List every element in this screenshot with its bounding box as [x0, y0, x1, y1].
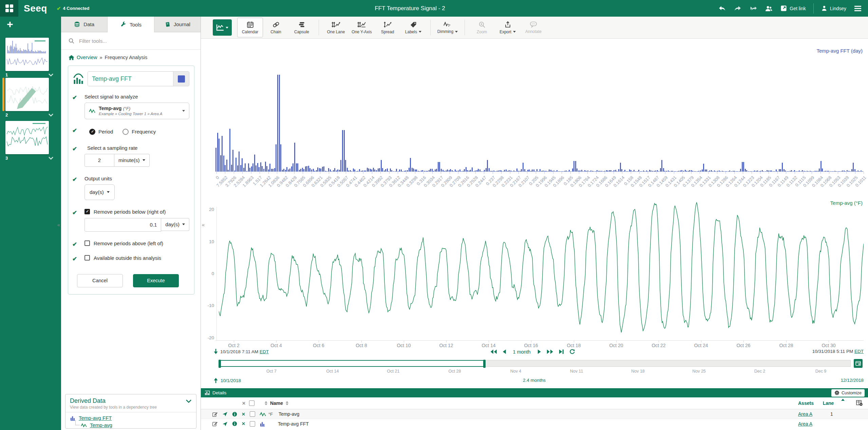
- range-handle-right[interactable]: [483, 360, 486, 368]
- remove-above-checkbox-row[interactable]: Remove periods above (left of): [84, 240, 189, 246]
- redo-icon[interactable]: [734, 5, 742, 12]
- toolbar-button-export[interactable]: Export: [495, 18, 521, 37]
- info-icon[interactable]: [232, 412, 237, 417]
- add-worksheet-button[interactable]: +: [7, 19, 15, 29]
- collapse-tools-panel-handle[interactable]: «: [201, 220, 206, 229]
- tab-data[interactable]: Data: [61, 17, 108, 32]
- display-range-end[interactable]: 10/31/2018 5:11 PM EDT: [812, 349, 864, 354]
- cancel-button[interactable]: Cancel: [77, 274, 123, 287]
- connection-status[interactable]: ✔ 4 Connected: [57, 5, 90, 12]
- edit-properties-icon[interactable]: [212, 421, 218, 427]
- row-checkbox[interactable]: [250, 411, 255, 417]
- toolbar-button-calendar[interactable]: Calendar: [237, 18, 263, 37]
- investigate-end[interactable]: 12/12/2018: [841, 378, 864, 383]
- tool-name-input[interactable]: [88, 72, 173, 86]
- send-to-icon[interactable]: [222, 411, 228, 417]
- step-to-end-button[interactable]: [559, 349, 564, 354]
- step-back-fast-button[interactable]: [490, 349, 497, 354]
- toolbar-button-chain[interactable]: Chain: [263, 18, 289, 37]
- timezone-link[interactable]: EDT: [260, 349, 269, 354]
- hamburger-menu-icon[interactable]: [854, 5, 862, 12]
- column-header-lane[interactable]: Lane: [821, 400, 836, 406]
- add-column-icon[interactable]: [856, 400, 863, 407]
- toolbar-button-spread[interactable]: Spread: [375, 18, 400, 37]
- collapse-worksheets-handle[interactable]: «: [56, 220, 61, 229]
- customize-button[interactable]: Customize: [831, 389, 865, 397]
- apps-grid-button[interactable]: [0, 0, 18, 17]
- range-handle-left[interactable]: [219, 360, 221, 368]
- remove-item-icon[interactable]: ✕: [242, 421, 245, 426]
- output-unit-dropdown[interactable]: day(s): [84, 184, 115, 200]
- signal-select-dropdown[interactable]: Temp-avg (°F) Example » Cooling Tower 1 …: [84, 103, 189, 119]
- investigate-range-slider[interactable]: [219, 360, 851, 367]
- derived-item-link[interactable]: Temp-avg: [90, 422, 112, 428]
- sort-icon[interactable]: [265, 401, 267, 405]
- sort-ascending-icon[interactable]: [841, 399, 845, 401]
- chevron-down-icon[interactable]: [48, 157, 54, 160]
- user-menu[interactable]: Lindsey: [821, 5, 846, 12]
- worksheet-thumbnail-2[interactable]: [5, 78, 49, 111]
- toolbar-button-one-y-axis[interactable]: One Y-Axis: [349, 18, 375, 37]
- info-icon[interactable]: [232, 421, 237, 426]
- tab-journal[interactable]: Journal: [154, 17, 201, 32]
- undo-icon[interactable]: [718, 5, 726, 12]
- filter-tools-input[interactable]: [78, 38, 193, 44]
- details-row-temp-avg-fft[interactable]: ✕ Temp-avg FFT Area A: [201, 419, 868, 428]
- toolbar-button-dimming[interactable]: Dimming: [435, 18, 460, 37]
- chevron-down-icon[interactable]: [48, 73, 54, 76]
- sort-icon[interactable]: [286, 401, 288, 405]
- radio-frequency[interactable]: Frequency: [122, 129, 156, 135]
- redo-all-icon[interactable]: [749, 5, 757, 12]
- selected-range[interactable]: [219, 360, 485, 367]
- tab-tools[interactable]: Tools: [108, 17, 154, 32]
- worksheet-thumbnail-3[interactable]: [5, 121, 49, 154]
- asset-link[interactable]: Area A: [798, 421, 812, 427]
- toolbar-button-one-lane[interactable]: One Lane: [323, 18, 349, 37]
- timezone-link[interactable]: EDT: [854, 349, 864, 354]
- home-icon[interactable]: [69, 55, 74, 60]
- chevron-down-icon[interactable]: [48, 113, 54, 117]
- column-header-assets[interactable]: Assets: [798, 400, 814, 406]
- trend-line-chart[interactable]: [219, 197, 864, 348]
- column-header-name[interactable]: Name: [270, 400, 283, 406]
- edit-investigate-range-button[interactable]: [854, 359, 863, 368]
- fft-bar-chart[interactable]: [201, 47, 868, 172]
- breadcrumb-overview-link[interactable]: Overview: [77, 55, 97, 60]
- users-icon[interactable]: [765, 5, 773, 12]
- step-forward-button[interactable]: [537, 349, 541, 354]
- sampling-rate-input[interactable]: [84, 154, 114, 167]
- toolbar-button-labels[interactable]: Labels: [400, 18, 426, 37]
- row-checkbox[interactable]: [250, 421, 255, 427]
- edit-properties-icon[interactable]: [212, 411, 218, 417]
- asset-link[interactable]: Area A: [798, 411, 812, 417]
- refresh-icon[interactable]: [569, 349, 575, 355]
- radio-period[interactable]: Period: [89, 129, 113, 135]
- derived-item-link[interactable]: Temp-avg FFT: [79, 415, 112, 421]
- toolbar-button-capsule[interactable]: Capsule: [289, 18, 315, 37]
- select-all-checkbox[interactable]: [249, 400, 254, 406]
- sampling-unit-dropdown[interactable]: minute(s): [114, 154, 150, 167]
- investigate-start[interactable]: 10/1/2018: [214, 378, 241, 383]
- seeq-logo[interactable]: Seeq: [24, 3, 47, 14]
- investigate-duration[interactable]: 2.4 months: [523, 378, 546, 383]
- step-back-button[interactable]: [502, 349, 506, 354]
- view-mode-dropdown-button[interactable]: [213, 19, 232, 36]
- execute-button[interactable]: Execute: [133, 274, 179, 287]
- send-to-icon[interactable]: [222, 421, 228, 427]
- display-range-start[interactable]: 10/1/2018 7:11 AM EDT: [214, 349, 269, 354]
- get-link-button[interactable]: Get link: [780, 5, 806, 12]
- remove-item-icon[interactable]: ✕: [242, 412, 245, 417]
- chevron-down-icon[interactable]: [186, 399, 192, 403]
- name-cell[interactable]: Temp-avg: [279, 411, 299, 417]
- name-cell[interactable]: Temp-avg FFT: [278, 421, 309, 427]
- step-forward-fast-button[interactable]: [547, 349, 553, 354]
- color-swatch-button[interactable]: [173, 72, 189, 86]
- range-duration[interactable]: 1 month: [513, 349, 530, 355]
- available-outside-checkbox-row[interactable]: Available outside this analysis: [84, 255, 189, 261]
- remove-all-icon[interactable]: ✕: [242, 401, 246, 406]
- worksheet-thumbnail-1[interactable]: [5, 38, 49, 71]
- remove-below-checkbox-row[interactable]: Remove periods below (right of): [84, 209, 189, 215]
- details-row-temp-avg[interactable]: ✕ °F Temp-avg Area A 1: [201, 409, 868, 419]
- remove-below-unit-dropdown[interactable]: day(s): [161, 218, 189, 231]
- remove-below-value-input[interactable]: [84, 218, 161, 232]
